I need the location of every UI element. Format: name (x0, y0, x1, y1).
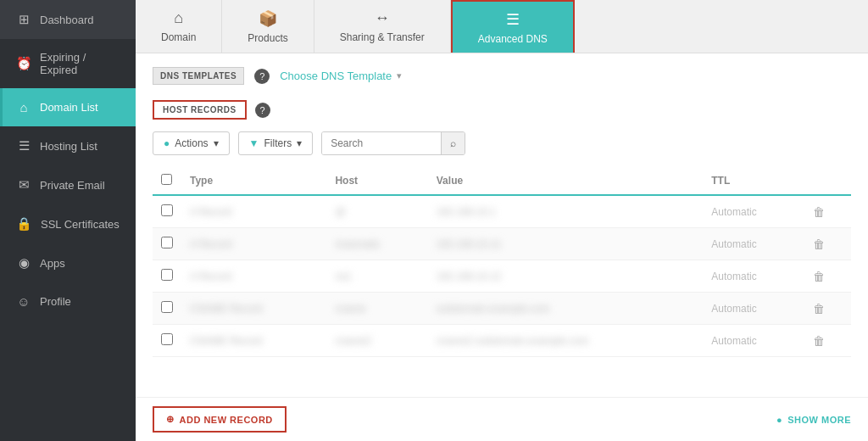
actions-button[interactable]: ● Actions ▾ (153, 131, 230, 155)
hosting-list-icon: ☰ (16, 138, 31, 154)
col-actions (804, 167, 851, 195)
cell-type: A Record (181, 260, 326, 293)
cell-value: subdomain.example.com (428, 293, 704, 325)
cell-type: A Record (181, 228, 326, 260)
row-checkbox-cell (153, 325, 181, 357)
host-records-help-icon[interactable]: ? (255, 103, 270, 118)
records-table: Type Host Value TTL A Record @ 192.168.1… (153, 167, 851, 357)
delete-record-button[interactable]: 🗑 (813, 205, 825, 219)
cell-value: 192.168.10.1 (428, 195, 704, 228)
profile-icon: ☺ (16, 294, 31, 309)
tab-sharing-transfer[interactable]: ↔Sharing & Transfer (314, 0, 451, 53)
row-checkbox-4[interactable] (161, 333, 173, 345)
cell-ttl: Automatic (703, 325, 804, 357)
filters-label: Filters (264, 137, 292, 149)
actions-chevron-icon: ▾ (214, 137, 219, 149)
filters-button[interactable]: ▼ Filters ▾ (238, 131, 314, 155)
search-box: ⌕ (321, 131, 465, 155)
sidebar-item-dashboard[interactable]: ⊞Dashboard (0, 0, 136, 39)
sidebar-label-domain-list: Domain List (40, 101, 98, 114)
sidebar-label-dashboard: Dashboard (40, 14, 94, 26)
cell-value: 192.168.10.12 (428, 260, 704, 293)
dns-templates-badge: DNS TEMPLATES (153, 67, 244, 85)
sidebar-item-profile[interactable]: ☺Profile (0, 282, 136, 321)
delete-record-button[interactable]: 🗑 (813, 270, 825, 283)
dns-template-select[interactable]: Choose DNS Template ▾ (280, 70, 402, 82)
domain-tab-icon: ⌂ (174, 9, 183, 27)
table-row: CNAME Record cname2 cname2.subdomain.exa… (153, 325, 851, 357)
products-tab-icon: 📦 (259, 9, 277, 28)
cell-ttl: Automatic (703, 293, 804, 325)
sidebar-label-hosting-list: Hosting List (40, 140, 97, 153)
content-area: DNS TEMPLATES ? Choose DNS Template ▾ HO… (136, 53, 868, 397)
row-checkbox-cell (153, 260, 181, 293)
delete-record-button[interactable]: 🗑 (813, 302, 825, 315)
tab-label-products: Products (248, 32, 287, 44)
tab-advanced-dns[interactable]: ☰Advanced DNS (451, 0, 575, 53)
col-checkbox (153, 167, 181, 195)
cell-value: 192.168.10.11 (428, 228, 704, 260)
dns-template-placeholder: Choose DNS Template (280, 70, 392, 82)
show-more-button[interactable]: ● SHOW MORE (776, 415, 851, 425)
search-input[interactable] (322, 132, 441, 154)
tab-bar: ⌂Domain📦Products↔Sharing & Transfer☰Adva… (136, 0, 868, 53)
cell-host: @ (326, 195, 427, 228)
footer-row: ⊕ ADD NEW RECORD ● SHOW MORE (136, 397, 868, 441)
dns-templates-row: DNS TEMPLATES ? Choose DNS Template ▾ (153, 67, 851, 85)
sidebar-item-ssl-certificates[interactable]: 🔒SSL Certificates (0, 204, 136, 243)
cell-delete: 🗑 (804, 325, 851, 357)
row-checkbox-1[interactable] (161, 237, 173, 248)
cell-host: Automatic (326, 228, 427, 260)
search-button[interactable]: ⌕ (441, 132, 465, 154)
sidebar-item-domain-list[interactable]: ⌂Domain List (0, 88, 136, 126)
sidebar-item-private-email[interactable]: ✉Private Email (0, 165, 136, 204)
main-content: ⌂Domain📦Products↔Sharing & Transfer☰Adva… (136, 0, 868, 441)
sidebar-label-apps: Apps (40, 257, 65, 270)
delete-record-button[interactable]: 🗑 (813, 334, 825, 348)
row-checkbox-cell (153, 293, 181, 325)
sidebar-label-private-email: Private Email (40, 179, 105, 192)
show-more-label: SHOW MORE (787, 415, 851, 425)
private-email-icon: ✉ (16, 177, 31, 193)
sidebar-item-apps[interactable]: ◉Apps (0, 243, 136, 282)
tab-domain[interactable]: ⌂Domain (136, 0, 222, 53)
host-records-badge: HOST RECORDS (153, 100, 247, 120)
cell-value: cname2.subdomain.example.com (428, 325, 704, 357)
actions-icon: ● (164, 137, 170, 149)
sidebar: ⊞Dashboard⏰Expiring / Expired⌂Domain Lis… (0, 0, 136, 441)
tab-products[interactable]: 📦Products (222, 0, 314, 53)
row-checkbox-cell (153, 195, 181, 228)
dns-templates-help-icon[interactable]: ? (254, 69, 270, 84)
col-host: Host (326, 167, 427, 195)
tab-label-advanced-dns: Advanced DNS (478, 33, 548, 45)
delete-record-button[interactable]: 🗑 (813, 237, 825, 251)
table-row: A Record @ 192.168.10.1 Automatic 🗑 (153, 195, 851, 228)
row-checkbox-3[interactable] (161, 301, 173, 313)
col-ttl: TTL (703, 167, 804, 195)
cell-delete: 🗑 (804, 293, 851, 325)
add-new-label: ADD NEW RECORD (180, 415, 273, 425)
advanced-dns-tab-icon: ☰ (506, 10, 520, 29)
toolbar: ● Actions ▾ ▼ Filters ▾ ⌕ (153, 131, 851, 155)
table-row: A Record ns1 192.168.10.12 Automatic 🗑 (153, 260, 851, 293)
show-more-icon: ● (776, 415, 782, 425)
tab-label-domain: Domain (161, 31, 196, 43)
cell-type: CNAME Record (181, 325, 326, 357)
sidebar-label-expiring: Expiring / Expired (40, 51, 122, 76)
row-checkbox-2[interactable] (161, 269, 173, 281)
row-checkbox-0[interactable] (161, 204, 173, 216)
expiring-icon: ⏰ (16, 56, 31, 71)
sidebar-item-expiring[interactable]: ⏰Expiring / Expired (0, 39, 136, 88)
select-all-checkbox[interactable] (161, 174, 172, 185)
add-icon: ⊕ (166, 414, 175, 425)
sidebar-label-profile: Profile (40, 295, 71, 308)
cell-ttl: Automatic (703, 195, 804, 228)
table-header-row: Type Host Value TTL (153, 167, 851, 195)
row-checkbox-cell (153, 228, 181, 260)
add-new-record-button[interactable]: ⊕ ADD NEW RECORD (153, 406, 287, 433)
ssl-certificates-icon: 🔒 (16, 216, 32, 232)
filters-chevron-icon: ▾ (297, 137, 302, 149)
sharing-transfer-tab-icon: ↔ (375, 9, 390, 27)
sidebar-item-hosting-list[interactable]: ☰Hosting List (0, 126, 136, 165)
cell-host: ns1 (326, 260, 427, 293)
